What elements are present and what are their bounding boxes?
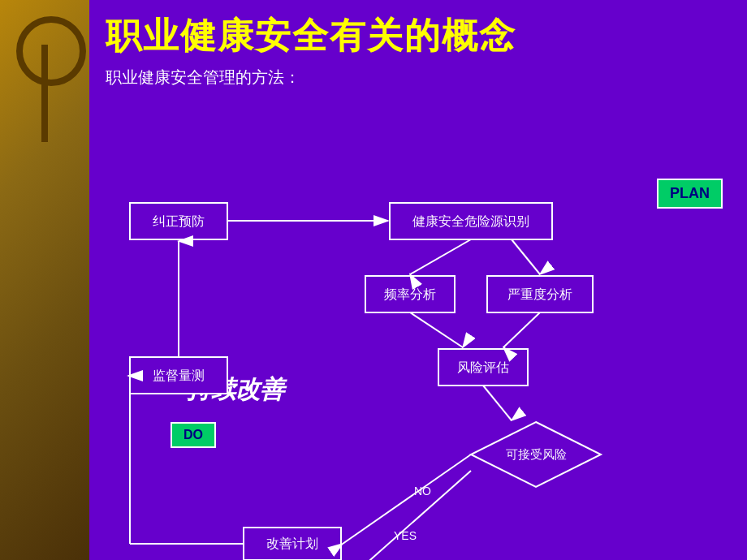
jiankang-box: 健康安全危险源识别	[412, 214, 529, 228]
fengxian-box: 风险评估	[457, 360, 509, 374]
subtitle: 职业健康安全管理的方法：	[106, 67, 731, 88]
svg-line-11	[512, 239, 540, 274]
no-label: NO	[414, 485, 431, 498]
jiandu-box: 监督量测	[153, 368, 205, 382]
svg-line-16	[343, 471, 471, 560]
page-title: 职业健康安全有关的概念	[106, 12, 731, 60]
svg-line-13	[503, 312, 540, 347]
left-decoration	[0, 0, 89, 560]
jiuzheng-box: 纠正预防	[153, 214, 205, 228]
svg-line-14	[483, 386, 512, 420]
pinlv-box: 频率分析	[384, 287, 436, 301]
flowchart-svg: 纠正预防 健康安全危险源识别 频率分析 严重度分析 风险评估 可接受风险 改善计…	[89, 97, 747, 552]
svg-line-10	[410, 239, 471, 274]
gaishan-box: 改善计划	[266, 536, 318, 550]
kejieshuo-diamond: 可接受风险	[506, 447, 567, 461]
yanzhong-box: 严重度分析	[507, 287, 572, 301]
svg-line-12	[410, 312, 463, 347]
yes-label: YES	[394, 529, 417, 542]
